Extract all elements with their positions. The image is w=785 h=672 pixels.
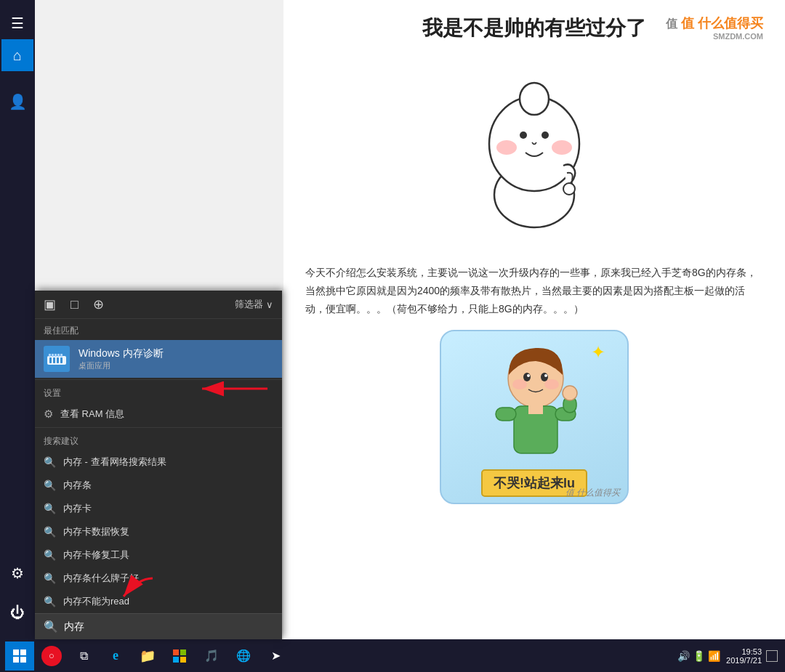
svg-rect-28 (49, 357, 52, 363)
best-match-text: Windows 内存诊断 桌面应用 (78, 347, 164, 371)
search-suggestion-label-5: 内存条什么牌子好 (63, 572, 139, 585)
menu-icon-docs[interactable]: □ (71, 297, 78, 312)
svg-rect-29 (53, 357, 55, 363)
store-button[interactable] (165, 641, 194, 671)
best-match-item[interactable]: Windows 内存诊断 桌面应用 (35, 340, 282, 378)
store-icon (173, 649, 186, 663)
svg-point-7 (563, 183, 575, 195)
best-match-title: Windows 内存诊断 (78, 347, 164, 360)
arrow-app-icon: ➤ (271, 649, 281, 663)
meme-bottom: ✦ (305, 330, 763, 504)
home-icon: ⌂ (13, 47, 22, 64)
svg-point-12 (541, 373, 548, 381)
chevron-down-icon: ∨ (266, 299, 273, 310)
settings-ram-label: 查看 RAM 信息 (60, 408, 124, 421)
svg-rect-37 (13, 657, 19, 663)
search-icon-4: 🔍 (44, 549, 56, 561)
svg-rect-24 (52, 354, 54, 357)
show-desktop-button[interactable] (766, 650, 778, 662)
svg-point-4 (552, 140, 572, 155)
sidebar-home[interactable]: ⌂ (1, 39, 33, 71)
svg-rect-39 (173, 649, 179, 655)
svg-rect-30 (57, 357, 59, 363)
search-suggestion-4[interactable]: 🔍 内存卡修复工具 (35, 543, 282, 567)
svg-rect-31 (60, 357, 63, 363)
edge-button[interactable]: e (101, 641, 130, 671)
search-icon-6: 🔍 (44, 596, 56, 607)
search-suggestion-2[interactable]: 🔍 内存卡 (35, 497, 282, 520)
menu-icon-web[interactable]: ⊕ (93, 296, 104, 312)
menu-icon-apps[interactable]: ▣ (44, 296, 56, 312)
search-input[interactable]: 内存 (64, 620, 273, 633)
cortana-icon: ○ (41, 646, 62, 666)
svg-point-20 (563, 386, 577, 400)
best-match-label: 最佳匹配 (35, 319, 282, 340)
search-suggestions-label: 搜索建议 (35, 429, 282, 450)
search-main-icon: 🔍 (44, 620, 58, 633)
search-suggestion-5[interactable]: 🔍 内存条什么牌子好 (35, 567, 282, 590)
search-suggestion-label-6: 内存不能为read (63, 595, 129, 608)
edge-icon: e (113, 648, 118, 663)
arrow-app-button[interactable]: ➤ (261, 641, 290, 671)
bottom-watermark: 值 什么值得买 (565, 487, 620, 499)
settings-label: 设置 (35, 381, 282, 402)
svg-rect-36 (20, 649, 26, 655)
search-suggestion-6[interactable]: 🔍 内存不能为read (35, 590, 282, 613)
search-icon-3: 🔍 (44, 526, 56, 538)
svg-point-10 (544, 379, 559, 389)
hamburger-icon: ☰ (11, 15, 24, 32)
search-suggestion-label-3: 内存卡数据恢复 (63, 525, 129, 538)
svg-rect-40 (180, 649, 186, 655)
search-suggestion-label-4: 内存卡修复工具 (63, 548, 129, 562)
search-icon-1: 🔍 (44, 479, 56, 491)
cartoon-boy: ✦ (440, 330, 629, 504)
svg-rect-38 (20, 657, 26, 663)
gear-icon: ⚙ (44, 408, 53, 421)
browser2-button[interactable]: 🌐 (229, 641, 258, 671)
settings-icon: ⚙ (11, 564, 24, 582)
explorer-icon: 📁 (140, 648, 156, 664)
divider-1 (35, 379, 282, 380)
search-suggestion-3[interactable]: 🔍 内存卡数据恢复 (35, 520, 282, 543)
search-bar[interactable]: 🔍 内存 (35, 613, 282, 639)
clock-date: 2019/7/21 (726, 656, 762, 665)
sidebar-strip: ☰ ⌂ 👤 ⚙ ⏻ (0, 0, 35, 639)
svg-rect-35 (13, 649, 19, 655)
task-view-button[interactable]: ⧉ (69, 641, 98, 671)
svg-point-5 (520, 131, 527, 139)
sidebar-settings[interactable]: ⚙ (1, 557, 33, 589)
taskbar: ○ ⧉ e 📁 🎵 🌐 ➤ 🔊 🔋 📶 19:53 2019/7 (0, 639, 785, 672)
media-button[interactable]: 🎵 (197, 641, 226, 671)
search-suggestion-0[interactable]: 🔍 内存 - 查看网络搜索结果 (35, 450, 282, 474)
search-suggestion-label-0: 内存 - 查看网络搜索结果 (63, 456, 166, 469)
browser2-icon: 🌐 (236, 649, 251, 663)
svg-rect-42 (180, 657, 186, 663)
sidebar-user[interactable]: 👤 (1, 86, 33, 118)
clock-time: 19:53 (726, 647, 762, 656)
explorer-button[interactable]: 📁 (133, 641, 162, 671)
sidebar-hamburger[interactable]: ☰ (1, 7, 33, 39)
search-icon-0: 🔍 (44, 456, 56, 468)
sidebar-power[interactable]: ⏻ (1, 596, 33, 628)
svg-rect-16 (528, 405, 543, 414)
search-suggestion-label-1: 内存条 (63, 479, 92, 492)
start-menu-popup: ▣ □ ⊕ 筛选器 ∨ 最佳匹配 Window (35, 291, 282, 639)
search-suggestion-1[interactable]: 🔍 内存条 (35, 474, 282, 497)
svg-point-9 (512, 379, 527, 389)
settings-ram-item[interactable]: ⚙ 查看 RAM 信息 (35, 402, 282, 426)
svg-rect-27 (60, 354, 63, 357)
cortana-button[interactable]: ○ (37, 641, 66, 671)
user-icon: 👤 (9, 93, 27, 110)
taskbar-icons-right: 🔊 🔋 📶 (677, 650, 720, 662)
article-text: 今天不介绍怎么安装系统，主要说一说这一次升级内存的一些事，原来我已经入手芝奇8G… (305, 264, 763, 319)
smzdm-logo: 值 值 什么值得买 SMZDM.COM (666, 15, 763, 41)
svg-point-13 (527, 374, 530, 377)
meme-top (305, 49, 763, 253)
power-icon: ⏻ (10, 604, 25, 621)
start-button[interactable] (5, 641, 34, 671)
divider-2 (35, 427, 282, 428)
svg-point-2 (520, 83, 549, 115)
filter-button[interactable]: 筛选器 ∨ (235, 298, 273, 311)
svg-rect-41 (173, 657, 179, 663)
search-icon-5: 🔍 (44, 572, 56, 584)
